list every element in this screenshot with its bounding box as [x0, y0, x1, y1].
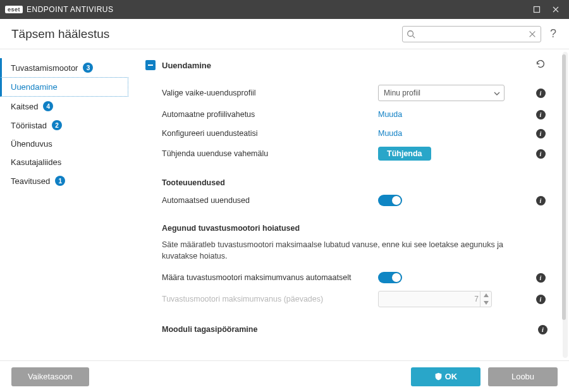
sidebar-item-ui[interactable]: Kasutajaliides	[0, 153, 128, 171]
clear-search-icon[interactable]	[528, 30, 537, 39]
page-title: Täpsem häälestus	[11, 27, 109, 41]
header: Täpsem häälestus ?	[0, 19, 569, 49]
sidebar-item-label: Ühenduvus	[11, 139, 52, 149]
cancel-button[interactable]: Loobu	[488, 367, 558, 386]
scrollbar-track[interactable]	[563, 52, 568, 358]
ok-button[interactable]: OK	[411, 367, 480, 386]
info-icon[interactable]: i	[535, 128, 546, 139]
brand-text: ENDPOINT ANTIVIRUS	[27, 5, 113, 14]
row-label-auto-updates: Automaatsed uuendused	[162, 196, 370, 205]
info-icon[interactable]: i	[535, 148, 546, 159]
info-icon[interactable]: i	[535, 87, 546, 99]
search-input[interactable]	[419, 30, 525, 39]
shield-icon	[434, 372, 443, 381]
sidebar: Tuvastamismootor 3 Uuendamine Kaitsed 4 …	[0, 49, 133, 360]
content-pane: Uuendamine Valige vaike-uuendusprofiil M…	[133, 49, 569, 360]
spinner-down-icon	[480, 299, 491, 307]
svg-point-1	[408, 30, 413, 36]
row-label-auto-switch: Automaatne profiilivahetus	[162, 110, 370, 119]
sidebar-item-label: Uuendamine	[11, 82, 58, 92]
sidebar-badge: 1	[55, 176, 65, 186]
help-icon[interactable]: ?	[549, 27, 558, 40]
scrollbar-thumb[interactable]	[562, 54, 566, 320]
sidebar-badge: 4	[43, 101, 53, 111]
max-age-input: 7	[378, 291, 492, 307]
ok-button-label: OK	[445, 372, 458, 381]
sidebar-item-update[interactable]: Uuendamine	[0, 77, 128, 97]
info-icon[interactable]: i	[535, 293, 546, 305]
subheading-product-updates: Tooteuuendused	[145, 164, 546, 191]
auto-updates-toggle[interactable]	[378, 195, 402, 206]
sidebar-badge: 3	[83, 63, 93, 73]
subheading-engine-alerts: Aegunud tuvastusmootori hoiatused	[145, 210, 546, 236]
sidebar-item-label: Kaitsed	[11, 102, 38, 111]
info-icon[interactable]: i	[535, 272, 546, 283]
row-label-profile: Valige vaike-uuendusprofiil	[162, 89, 370, 97]
window-maximize-icon[interactable]	[532, 5, 541, 14]
restore-defaults-icon[interactable]	[535, 58, 546, 72]
row-label-max-age: Tuvastusmootori maksimumvanus (päevades)	[162, 295, 370, 303]
defaults-button[interactable]: Vaiketasoon	[11, 367, 89, 386]
info-icon[interactable]: i	[538, 325, 548, 334]
sidebar-item-protections[interactable]: Kaitsed 4	[0, 97, 128, 116]
sidebar-badge: 2	[52, 120, 62, 130]
sidebar-item-label: Tuvastamismootor	[11, 63, 78, 73]
info-icon[interactable]: i	[535, 109, 546, 120]
search-box[interactable]	[402, 26, 541, 42]
sidebar-item-label: Tööriistad	[11, 121, 47, 130]
sidebar-item-notifications[interactable]: Teavitused 1	[0, 171, 128, 190]
subheading-rollback: Mooduli tagasipööramine i	[145, 311, 546, 334]
titlebar: eset ENDPOINT ANTIVIRUS	[0, 0, 569, 19]
spinner-up-icon	[480, 291, 491, 299]
search-icon	[407, 30, 415, 39]
svg-rect-0	[534, 7, 540, 13]
sidebar-item-label: Kasutajaliides	[11, 157, 61, 167]
collapse-toggle-icon[interactable]	[145, 60, 156, 70]
info-icon[interactable]: i	[535, 195, 546, 206]
row-label-clear-cache: Tühjenda uuenduse vahemälu	[162, 149, 370, 158]
brand-badge: eset	[5, 6, 23, 13]
number-spinner	[480, 291, 491, 307]
clear-cache-button[interactable]: Tühjenda	[378, 147, 431, 161]
auto-switch-edit-link[interactable]: Muuda	[378, 110, 402, 119]
sidebar-item-label: Teavitused	[11, 176, 50, 186]
max-age-value: 7	[474, 295, 479, 303]
window-close-icon[interactable]	[551, 5, 560, 14]
chevron-down-icon	[494, 90, 500, 97]
footer: Vaiketasoon OK Loobu	[0, 360, 569, 392]
sidebar-item-connectivity[interactable]: Ühenduvus	[0, 135, 128, 153]
row-label-notify: Konfigureeri uuendusteatisi	[162, 129, 370, 138]
row-label-auto-max-age: Määra tuvastusmootori maksimumvanus auto…	[162, 273, 370, 282]
auto-max-age-toggle[interactable]	[378, 272, 402, 283]
engine-alerts-description: Säte määratleb tuvastusmootori maksimaal…	[145, 236, 537, 268]
profile-select[interactable]: Minu profiil	[378, 85, 505, 101]
sidebar-item-detection-engine[interactable]: Tuvastamismootor 3	[0, 58, 128, 77]
profile-select-value: Minu profiil	[384, 89, 420, 97]
sidebar-item-tools[interactable]: Tööriistad 2	[0, 116, 128, 135]
section-title-update: Uuendamine	[162, 61, 211, 70]
notify-edit-link[interactable]: Muuda	[378, 129, 402, 138]
